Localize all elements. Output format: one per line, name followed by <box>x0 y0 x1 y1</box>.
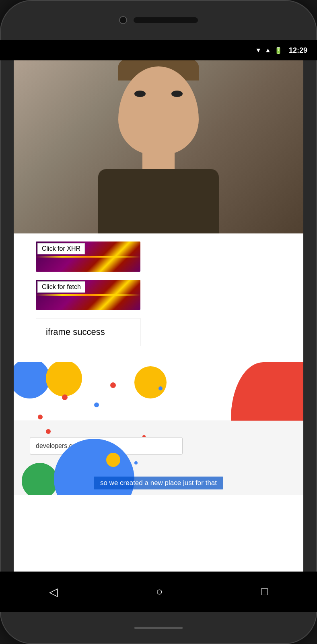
circle-yellow-sm <box>106 453 120 467</box>
recents-button[interactable]: □ <box>261 585 268 598</box>
home-button[interactable]: ○ <box>156 585 163 598</box>
home-icon: ○ <box>156 585 163 598</box>
back-button[interactable]: ◁ <box>49 585 58 599</box>
dot-red-1 <box>62 394 68 400</box>
iframe-success-text: iframe success <box>46 327 105 337</box>
circle-yellow-top <box>46 362 82 396</box>
recents-icon: □ <box>261 585 268 598</box>
status-bar: ▼ ▲ 🔋 12:29 <box>0 40 317 60</box>
back-icon: ◁ <box>49 585 58 599</box>
circle-yellow-top2 <box>134 366 167 398</box>
home-indicator <box>134 627 183 629</box>
time-display: 12:29 <box>289 46 307 55</box>
xhr-button-container: Click for XHR <box>36 242 281 272</box>
person-right-eye <box>171 91 183 97</box>
dot-red-4 <box>46 429 51 434</box>
scrollable-content[interactable]: Click for XHR Click for fetch iframe suc… <box>14 60 303 572</box>
person-left-eye <box>134 91 146 97</box>
dot-blue-1 <box>94 402 99 407</box>
nav-bar: ◁ ○ □ <box>0 572 317 612</box>
phone-frame: ▼ ▲ 🔋 12:29 <box>0 0 317 644</box>
profile-image <box>14 60 303 233</box>
fetch-button[interactable]: Click for fetch <box>37 281 85 293</box>
person-torso <box>98 169 219 233</box>
iframe-success-box: iframe success <box>36 318 140 346</box>
dot-red-2 <box>110 382 116 388</box>
dot-red-3 <box>38 415 43 419</box>
phone-bottom <box>0 612 317 644</box>
xhr-button[interactable]: Click for XHR <box>37 243 85 254</box>
dot-blue-2 <box>158 386 163 390</box>
screen-content: Click for XHR Click for fetch iframe suc… <box>14 60 303 572</box>
phone-camera <box>119 16 127 24</box>
signal-icon: ▲ <box>265 47 271 54</box>
subtitle-bar: so we created a new place just for that <box>14 477 303 489</box>
photo-figure <box>82 64 235 233</box>
phone-speaker <box>134 17 198 23</box>
circle-blue-top <box>14 362 50 398</box>
subtitle-text: so we created a new place just for that <box>94 477 223 489</box>
content-area: Click for XHR Click for fetch iframe suc… <box>14 233 303 362</box>
battery-icon: 🔋 <box>274 47 282 54</box>
person-eyes <box>134 91 183 97</box>
video-section: developers.google.com so we created a ne… <box>14 362 303 495</box>
status-icons: ▼ ▲ 🔋 12:29 <box>255 46 307 55</box>
phone-top-bar <box>0 0 317 40</box>
google-dev-image: developers.google.com so we created a ne… <box>14 362 303 495</box>
wifi-icon: ▼ <box>255 47 261 54</box>
fetch-button-container: Click for fetch <box>36 280 281 310</box>
dot-blue-4 <box>134 461 138 464</box>
